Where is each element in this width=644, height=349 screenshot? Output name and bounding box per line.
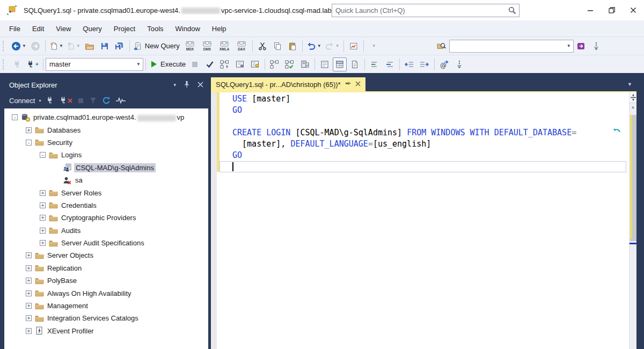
redo-button[interactable]: ▼ <box>324 39 341 53</box>
new-query-button[interactable]: New Query <box>133 39 181 53</box>
minimize-button[interactable] <box>580 0 601 20</box>
expand-icon[interactable]: + <box>40 240 46 246</box>
tree-item-always-on-high-availability[interactable]: +Always On High Availability <box>4 287 208 299</box>
oe-refresh-button[interactable] <box>102 96 111 105</box>
oe-stop-button[interactable] <box>77 97 84 104</box>
change-connection-button[interactable] <box>25 57 40 71</box>
cancel-query-button[interactable] <box>188 57 202 71</box>
xmla-query-button[interactable]: XMLA <box>216 39 232 53</box>
code-area[interactable]: USE [master]GOCREATE LOGIN [CSQL-MAD\g-S… <box>232 93 576 172</box>
tree-item-server-objects[interactable]: +Server Objects <box>4 249 208 261</box>
expand-icon[interactable]: + <box>26 265 32 271</box>
expand-icon[interactable]: + <box>26 290 32 296</box>
menu-edit[interactable]: Edit <box>26 23 50 35</box>
new-file-button[interactable]: ▼ <box>48 39 64 53</box>
intellisense-button[interactable] <box>248 57 262 71</box>
tree-item-replication[interactable]: +Replication <box>4 262 208 274</box>
expand-icon[interactable]: + <box>26 328 32 334</box>
expand-icon[interactable]: + <box>26 303 32 309</box>
dmx-query-button[interactable]: DMX <box>199 39 215 53</box>
chevron-down-icon[interactable]: ▼ <box>565 43 573 48</box>
menu-file[interactable]: File <box>3 23 26 35</box>
tree-item-integration-services-catalogs[interactable]: +Integration Services Catalogs <box>4 312 208 324</box>
tree-item-logins[interactable]: -Logins <box>4 149 208 161</box>
save-button[interactable] <box>98 39 112 53</box>
menu-query[interactable]: Query <box>77 23 107 35</box>
save-all-button[interactable] <box>113 39 127 53</box>
tree-item-credentials[interactable]: +Credentials <box>4 199 208 212</box>
execute-button[interactable]: Execute <box>149 57 187 71</box>
estimated-plan-button[interactable] <box>218 57 232 71</box>
tree-item-polybase[interactable]: +PolyBase <box>4 274 208 287</box>
toolbar-grip[interactable] <box>3 41 7 52</box>
collapse-icon[interactable]: - <box>26 140 32 146</box>
live-stats-button[interactable] <box>283 57 297 71</box>
close-button[interactable] <box>623 0 644 20</box>
tree-item-audits[interactable]: +Audits <box>4 224 208 237</box>
tree-item-server-root[interactable]: -private.csqlmad01.europe-west4.vp <box>4 111 208 123</box>
chevron-down-icon[interactable]: ▼ <box>134 62 143 67</box>
menu-view[interactable]: View <box>50 23 77 35</box>
tab-list-dropdown-icon[interactable]: ▼ <box>627 82 636 91</box>
collapse-icon[interactable]: - <box>40 152 46 158</box>
database-combobox[interactable]: master▼ <box>46 58 143 71</box>
collapse-icon[interactable]: - <box>12 114 18 120</box>
splitter-handle[interactable] <box>630 92 636 103</box>
add-item-button[interactable]: ▼ <box>65 39 82 53</box>
actual-plan-button[interactable] <box>268 57 282 71</box>
tree-item-sa[interactable]: sa <box>4 174 208 186</box>
find-combobox[interactable]: ▼ <box>449 40 574 53</box>
expand-icon[interactable]: + <box>40 190 46 196</box>
tree-item-server-audit-specifications[interactable]: +Server Audit Specifications <box>4 237 208 249</box>
tree-item-management[interactable]: +Management <box>4 300 208 312</box>
tree-item-server-roles[interactable]: +Server Roles <box>4 186 208 199</box>
expand-icon[interactable]: + <box>26 315 32 321</box>
connect-button[interactable] <box>10 57 24 71</box>
restore-button[interactable] <box>601 0 623 20</box>
pin-tab-icon[interactable] <box>345 81 351 88</box>
decrease-indent-button[interactable] <box>402 57 416 71</box>
tree-item-xevent-profiler[interactable]: +XEvent Profiler <box>4 325 208 337</box>
quick-launch-input[interactable] <box>332 6 505 14</box>
query-toolbar-overflow-button[interactable] <box>452 57 466 71</box>
oe-disconnect-button[interactable] <box>59 96 72 105</box>
find-button[interactable] <box>435 39 449 53</box>
query-options-button[interactable] <box>233 57 247 71</box>
oe-connect-icon-button[interactable] <box>46 96 54 105</box>
expand-icon[interactable]: + <box>26 278 32 283</box>
search-icon[interactable] <box>505 6 519 14</box>
uncomment-button[interactable] <box>383 57 397 71</box>
expand-icon[interactable]: + <box>26 127 32 133</box>
results-text-button[interactable] <box>318 57 332 71</box>
tree-item-cryptographic-providers[interactable]: +Cryptographic Providers <box>4 212 208 224</box>
vertical-scrollbar[interactable]: ▲ <box>629 92 636 349</box>
paste-button[interactable] <box>286 39 299 53</box>
sqlcmd-button[interactable]: @ <box>437 57 451 71</box>
quick-launch-box[interactable] <box>332 4 519 17</box>
expand-icon[interactable]: + <box>26 252 32 258</box>
cut-button[interactable] <box>255 39 269 53</box>
results-grid-button[interactable] <box>333 57 347 71</box>
comment-button[interactable] <box>368 57 382 71</box>
menu-tools[interactable]: Tools <box>141 23 169 35</box>
copy-button[interactable] <box>270 39 284 53</box>
dax-query-button[interactable]: DAX <box>233 39 250 53</box>
toolbar-overflow-button[interactable] <box>589 39 603 53</box>
connect-button[interactable]: Connect▾ <box>9 97 41 105</box>
tree-item-csql-mad-g-sqladmins[interactable]: CSQL-MAD\g-SqlAdmins <box>4 162 208 174</box>
window-position-icon[interactable]: ▾ <box>173 82 176 88</box>
toolbar-grip[interactable] <box>3 59 7 70</box>
expand-icon[interactable]: + <box>40 228 46 234</box>
parse-button[interactable] <box>203 57 217 71</box>
tree-item-databases[interactable]: +Databases <box>4 123 208 136</box>
tab-sqlquery1[interactable]: SQLQuery1.sql - pr...AD\christoph (65))* <box>211 77 365 91</box>
menu-help[interactable]: Help <box>206 23 232 35</box>
query-designer-button[interactable] <box>347 39 361 53</box>
forward-button[interactable] <box>28 39 42 53</box>
oe-activity-button[interactable] <box>115 97 126 104</box>
designer-dropdown[interactable]: ▼ <box>367 39 380 53</box>
mdx-query-button[interactable]: MDX <box>182 39 198 53</box>
increase-indent-button[interactable] <box>418 57 431 71</box>
menu-window[interactable]: Window <box>170 23 206 35</box>
pin-icon[interactable] <box>184 81 190 90</box>
